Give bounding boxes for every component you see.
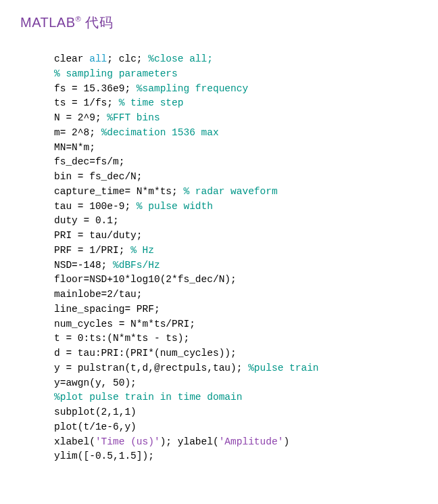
code-line: y=awgn(y, 50); [54,376,418,391]
code-line: t = 0:ts:(N*m*ts - ts); [54,331,418,346]
code-line: clear all; clc; %close all; [54,52,418,67]
code-block: clear all; clc; %close all;% sampling pa… [54,52,418,464]
code-line: tau = 100e-9; % pulse width [54,200,418,214]
code-line: bin = fs_dec/N; [54,170,418,185]
code-line: %plot pulse train in time domain [54,390,418,405]
page-title: MATLAB® 代码 [20,14,418,32]
title-prefix: MATLAB [20,15,76,30]
code-line: plot(t/1e-6,y) [54,420,418,435]
code-line: y = pulstran(t,d,@rectpuls,tau); %pulse … [54,361,418,376]
code-line: % sampling parameters [54,67,418,82]
code-line: PRF = 1/PRI; % Hz [54,244,418,258]
code-line: PRI = tau/duty; [54,229,418,244]
title-reg: ® [76,15,82,23]
code-line: m= 2^8; %decimation 1536 max [54,126,418,141]
title-suffix: 代码 [81,15,113,30]
code-line: MN=N*m; [54,141,418,156]
code-line: duty = 0.1; [54,214,418,229]
code-line: subplot(2,1,1) [54,405,418,420]
code-line: line_spacing= PRF; [54,302,418,317]
code-line: ylim([-0.5,1.5]); [54,449,418,464]
code-line: floor=NSD+10*log10(2*fs_dec/N); [54,273,418,288]
code-line: num_cycles = N*m*ts/PRI; [54,317,418,332]
code-line: fs_dec=fs/m; [54,155,418,170]
code-line: d = tau:PRI:(PRI*(num_cycles)); [54,346,418,361]
code-line: NSD=-148; %dBFs/Hz [54,258,418,273]
code-line: ts = 1/fs; % time step [54,96,418,111]
code-line: fs = 15.36e9; %sampling frequency [54,82,418,97]
code-line: mainlobe=2/tau; [54,288,418,302]
code-line: capture_time= N*m*ts; % radar waveform [54,185,418,200]
code-line: xlabel('Time (us)'); ylabel('Amplitude') [54,435,418,450]
code-line: N = 2^9; %FFT bins [54,111,418,126]
